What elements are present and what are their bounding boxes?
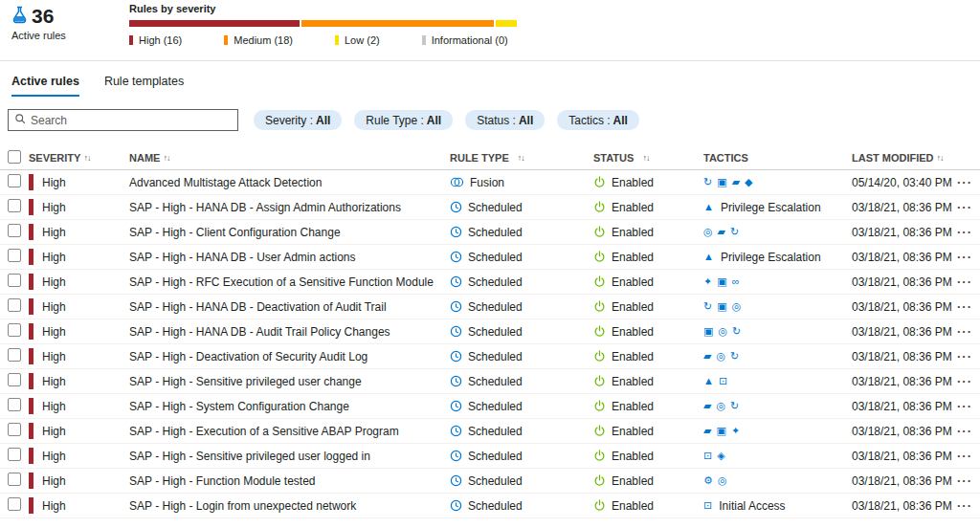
row-more-button[interactable]: ··· <box>957 225 972 239</box>
last-modified: 03/18/21, 08:36 PM <box>852 375 957 388</box>
select-all-checkbox[interactable] <box>8 150 21 164</box>
rule-name: SAP - High - RFC Execution of a Sensitiv… <box>129 275 450 289</box>
filter-label: Rule Type : <box>366 114 423 127</box>
row-more-button[interactable]: ··· <box>957 449 972 463</box>
row-checkbox[interactable] <box>8 348 21 362</box>
legend-label: High (16) <box>139 34 182 46</box>
row-more-button[interactable]: ··· <box>957 473 972 488</box>
row-checkbox[interactable] <box>8 298 21 312</box>
rule-type-label: Scheduled <box>468 275 523 289</box>
severity-stacked-bar <box>129 20 517 27</box>
row-more-button[interactable]: ··· <box>957 324 972 339</box>
table-row[interactable]: HighSAP - High - Function Module testedS… <box>0 469 980 494</box>
column-label: STATUS <box>593 152 634 164</box>
table-row[interactable]: HighSAP - High - Deactivation of Securit… <box>0 344 980 369</box>
column-label: SEVERITY <box>29 152 80 164</box>
table-row[interactable]: HighSAP - High - HANA DB - User Admin ac… <box>0 245 980 270</box>
row-more-button[interactable]: ··· <box>957 175 972 189</box>
status-label: Enabled <box>612 275 654 289</box>
severity-indicator <box>29 497 33 514</box>
scheduled-clock-icon <box>450 350 462 363</box>
row-checkbox[interactable] <box>8 473 21 486</box>
table-row[interactable]: HighSAP - High - Client Configuration Ch… <box>0 220 980 245</box>
status-label: Enabled <box>612 474 654 488</box>
table-row[interactable]: HighSAP - High - Login from unexpected n… <box>0 494 980 518</box>
table-row[interactable]: HighSAP - High - System Configuration Ch… <box>0 394 980 419</box>
table-row[interactable]: HighSAP - High - Execution of a Sensitiv… <box>0 419 980 444</box>
power-status-icon <box>593 251 606 263</box>
column-header-last-modified[interactable]: LAST MODIFIED↑↓ <box>852 152 957 164</box>
row-checkbox[interactable] <box>8 323 21 337</box>
row-more-button[interactable]: ··· <box>957 399 972 413</box>
row-more-button[interactable]: ··· <box>957 424 972 438</box>
power-status-icon <box>593 400 606 412</box>
column-header-severity[interactable]: SEVERITY↑↓ <box>29 152 129 164</box>
severity-legend: High (16)Medium (18)Low (2)Informational… <box>129 34 517 46</box>
severity-label: High <box>42 400 66 413</box>
filter-severity[interactable]: Severity :All <box>254 110 342 130</box>
row-more-button[interactable]: ··· <box>957 275 972 289</box>
row-checkbox[interactable] <box>8 249 21 262</box>
eye-icon: ◎ <box>718 475 727 486</box>
summary-section: 36 Active rules Rules by severity High (… <box>0 0 980 61</box>
fusion-icon <box>450 176 464 188</box>
last-modified: 03/18/21, 08:36 PM <box>852 226 957 239</box>
row-checkbox[interactable] <box>8 423 21 436</box>
last-modified: 03/18/21, 08:36 PM <box>852 325 957 339</box>
row-checkbox[interactable] <box>8 373 21 386</box>
row-checkbox[interactable] <box>8 497 21 511</box>
rule-type-label: Scheduled <box>468 325 523 339</box>
filter-tactics[interactable]: Tactics :All <box>557 110 639 130</box>
last-modified: 05/14/20, 03:40 PM <box>852 176 957 189</box>
severity-chart: Rules by severity High (16)Medium (18)Lo… <box>129 3 517 46</box>
last-modified: 03/18/21, 08:36 PM <box>852 350 957 363</box>
row-more-button[interactable]: ··· <box>957 498 972 513</box>
sync-icon: ↻ <box>730 351 739 362</box>
row-checkbox[interactable] <box>8 274 21 287</box>
status-label: Enabled <box>612 201 654 214</box>
filter-status[interactable]: Status :All <box>465 110 545 130</box>
tab-rule-templates[interactable]: Rule templates <box>104 75 184 97</box>
severity-indicator <box>29 274 33 290</box>
monitor-icon: ⊡ <box>719 376 727 386</box>
column-header-status[interactable]: STATUS↑↓ <box>593 152 703 164</box>
table-row[interactable]: HighSAP - High - HANA DB - Assign Admin … <box>0 195 980 220</box>
row-checkbox[interactable] <box>8 448 21 461</box>
row-checkbox[interactable] <box>8 174 21 187</box>
rules-table: SEVERITY↑↓NAME↑↓RULE TYPE↑↓STATUS↑↓TACTI… <box>0 145 980 518</box>
rule-type-label: Scheduled <box>468 499 523 513</box>
column-header-rule-type[interactable]: RULE TYPE↑↓ <box>450 152 593 164</box>
tab-active-rules[interactable]: Active rules <box>11 75 79 97</box>
table-row[interactable]: HighAdvanced Multistage Attack Detection… <box>0 170 980 195</box>
power-status-icon <box>593 300 606 313</box>
row-more-button[interactable]: ··· <box>957 200 972 214</box>
column-header-tactics[interactable]: TACTICS <box>703 152 852 164</box>
column-header-name[interactable]: NAME↑↓ <box>129 152 450 164</box>
row-checkbox[interactable] <box>8 398 21 411</box>
rule-name: SAP - High - Login from unexpected netwo… <box>129 499 450 513</box>
tab-bar: Active rulesRule templates <box>0 61 980 97</box>
table-row[interactable]: HighSAP - High - HANA DB - Deactivation … <box>0 295 980 319</box>
active-rules-label: Active rules <box>11 30 66 41</box>
table-row[interactable]: HighSAP - High - Sensitive privileged us… <box>0 444 980 469</box>
eye-icon: ◎ <box>718 326 727 337</box>
table-row[interactable]: HighSAP - High - Sensitive privileged us… <box>0 369 980 394</box>
row-more-button[interactable]: ··· <box>957 299 972 314</box>
row-more-button[interactable]: ··· <box>957 349 972 363</box>
monitor-icon: ⊡ <box>703 500 712 511</box>
filter-rule-type[interactable]: Rule Type :All <box>354 110 453 130</box>
status-label: Enabled <box>612 425 654 438</box>
row-checkbox[interactable] <box>8 199 21 212</box>
table-row[interactable]: HighSAP - High - RFC Execution of a Sens… <box>0 270 980 295</box>
severity-indicator <box>29 348 33 364</box>
ribbon-icon: ◆ <box>745 177 752 187</box>
table-row[interactable]: HighSAP - High - HANA DB - Audit Trail P… <box>0 319 980 344</box>
rule-name: Advanced Multistage Attack Detection <box>129 176 450 189</box>
row-checkbox[interactable] <box>8 224 21 237</box>
search-box[interactable] <box>8 109 238 131</box>
row-more-button[interactable]: ··· <box>957 374 972 388</box>
monitor-icon: ⊡ <box>703 451 712 461</box>
search-input[interactable] <box>31 114 232 127</box>
row-more-button[interactable]: ··· <box>957 250 972 264</box>
legend-swatch <box>335 35 339 45</box>
